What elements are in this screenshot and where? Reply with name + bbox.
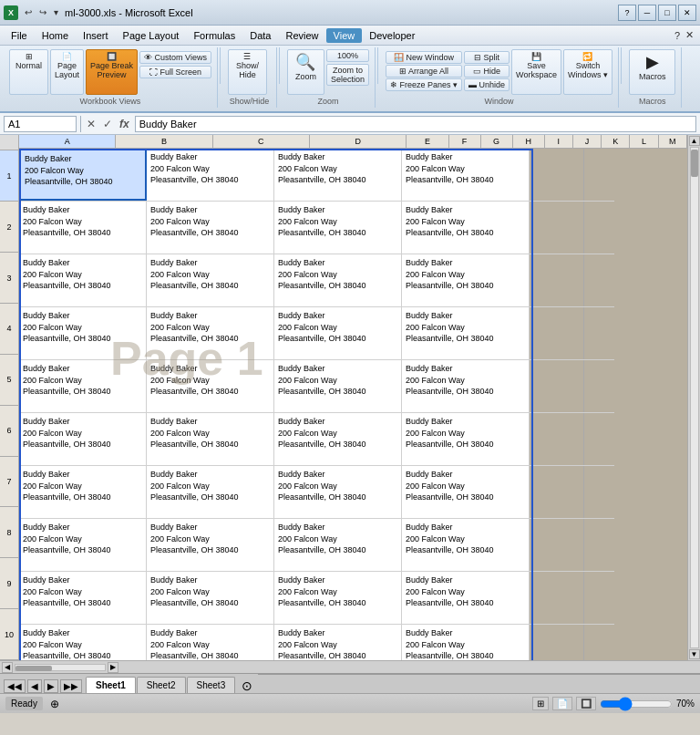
cell-A9[interactable]: Buddy Baker200 Falcon WayPleasantville, … [19,572,147,624]
cell-C4[interactable]: Buddy Baker200 Falcon WayPleasantville, … [274,307,402,359]
status-add-btn[interactable]: ⊕ [46,697,63,711]
row-header-7[interactable]: 7 [0,457,18,508]
scroll-down-btn[interactable]: ▼ [689,649,700,659]
redo-btn[interactable]: ↪ [36,5,49,19]
row-header-6[interactable]: 6 [0,406,18,457]
cell-A6[interactable]: Buddy Baker200 Falcon WayPleasantville, … [19,413,147,465]
cell-D7[interactable]: Buddy Baker200 Falcon WayPleasantville, … [402,466,530,518]
insert-function-icon[interactable]: fx [118,118,131,130]
cell-B8[interactable]: Buddy Baker200 Falcon WayPleasantville, … [147,519,274,571]
view-layout-btn[interactable]: 📄 [552,697,572,710]
cell-C2[interactable]: Buddy Baker200 Falcon WayPleasantville, … [274,202,402,254]
col-header-i[interactable]: I [545,135,573,148]
normal-view-btn[interactable]: ⊞ Normal [9,49,48,95]
col-header-j[interactable]: J [573,135,602,148]
cell-E10[interactable] [530,625,584,660]
new-sheet-btn[interactable]: ⊙ [236,678,258,693]
freeze-panes-btn[interactable]: ❄ Freeze Panes ▾ [386,78,462,91]
col-header-a[interactable]: A [19,135,116,148]
tab-nav-first[interactable]: ◀◀ [4,679,26,693]
page-layout-btn[interactable]: 📄 PageLayout [50,49,84,95]
cell-A7[interactable]: Buddy Baker200 Falcon WayPleasantville, … [19,466,147,518]
minimize-btn[interactable]: ─ [638,5,656,21]
zoom-slider[interactable] [600,699,673,709]
cell-A4[interactable]: Buddy Baker200 Falcon WayPleasantville, … [19,307,147,359]
menu-developer[interactable]: Developer [362,28,422,43]
scroll-right-btn[interactable]: ▶ [108,662,118,673]
cell-reference-box[interactable] [4,116,77,132]
col-header-l[interactable]: L [630,135,658,148]
showhide-btn[interactable]: ☰ Show/Hide [228,49,267,95]
tab-nav-prev[interactable]: ◀ [27,679,42,693]
save-workspace-btn[interactable]: 💾 SaveWorkspace [511,49,561,95]
cell-D9[interactable]: Buddy Baker200 Falcon WayPleasantville, … [402,572,530,624]
col-header-c[interactable]: C [213,135,310,148]
cell-B5[interactable]: Buddy Baker200 Falcon WayPleasantville, … [147,360,274,412]
row-header-3[interactable]: 3 [0,253,18,304]
cell-C8[interactable]: Buddy Baker200 Falcon WayPleasantville, … [274,519,402,571]
menu-review[interactable]: Review [278,28,325,43]
full-screen-btn[interactable]: ⛶ Full Screen [139,66,211,78]
cell-A8[interactable]: Buddy Baker200 Falcon WayPleasantville, … [19,519,147,571]
cell-D1[interactable]: Buddy Baker200 Falcon WayPleasantville, … [402,149,530,201]
col-header-e[interactable]: E [407,135,448,148]
page-break-preview-btn[interactable]: 🔲 Page BreakPreview [86,49,138,95]
unhide-btn[interactable]: ▬ Unhide [464,78,510,91]
menu-formulas[interactable]: Formulas [186,28,242,43]
cell-D3[interactable]: Buddy Baker200 Falcon WayPleasantville, … [402,254,530,306]
sheet-tab-sheet1[interactable]: Sheet1 [86,677,136,693]
ribbon-close-btn[interactable]: ✕ [683,27,696,43]
cell-B2[interactable]: Buddy Baker200 Falcon WayPleasantville, … [147,202,274,254]
row-header-2[interactable]: 2 [0,202,18,253]
menu-data[interactable]: Data [242,28,278,43]
horizontal-scrollbar[interactable]: ◀ ▶ [0,660,700,673]
help-btn[interactable]: ? [618,5,636,21]
menu-page-layout[interactable]: Page Layout [116,28,187,43]
col-header-b[interactable]: B [116,135,212,148]
cell-E3[interactable] [530,254,584,306]
arrange-all-btn[interactable]: ⊞ Arrange All [386,65,462,78]
view-normal-btn[interactable]: ⊞ [532,697,549,710]
cell-B9[interactable]: Buddy Baker200 Falcon WayPleasantville, … [147,572,274,624]
undo-btn[interactable]: ↩ [22,5,35,19]
cell-A3[interactable]: Buddy Baker200 Falcon WayPleasantville, … [19,254,147,306]
close-btn[interactable]: ✕ [678,5,696,21]
switch-windows-btn[interactable]: 🔁 SwitchWindows ▾ [563,49,612,95]
row-header-5[interactable]: 5 [0,355,18,406]
col-header-m[interactable]: M [659,135,687,148]
hide-btn[interactable]: ▭ Hide [464,65,510,78]
cell-B7[interactable]: Buddy Baker200 Falcon WayPleasantville, … [147,466,274,518]
col-header-k[interactable]: K [602,135,630,148]
vertical-scrollbar[interactable]: ▲ ▼ [687,135,700,660]
corner-cell[interactable] [0,135,18,150]
h-scroll-thumb[interactable] [15,666,52,671]
cell-E4[interactable] [530,307,584,359]
custom-views-btn[interactable]: 👁 Custom Views [139,51,211,64]
qs-dropdown-btn[interactable]: ▾ [51,5,61,19]
cell-A10[interactable]: Buddy Baker200 Falcon WayPleasantville, … [19,625,147,660]
confirm-formula-icon[interactable]: ✓ [101,118,114,130]
cell-B4[interactable]: Buddy Baker200 Falcon WayPleasantville, … [147,307,274,359]
cell-A5[interactable]: Buddy Baker200 Falcon WayPleasantville, … [19,360,147,412]
cell-D6[interactable]: Buddy Baker200 Falcon WayPleasantville, … [402,413,530,465]
cell-B10[interactable]: Buddy Baker200 Falcon WayPleasantville, … [147,625,274,660]
tab-nav-next[interactable]: ▶ [44,679,58,693]
sheet-tab-sheet2[interactable]: Sheet2 [137,677,186,693]
cell-E9[interactable] [530,572,584,624]
formula-input[interactable]: Buddy Baker [135,116,696,132]
new-window-btn[interactable]: 🪟 New Window [386,51,462,64]
macros-btn[interactable]: ▶ Macros [629,49,676,95]
cell-E2[interactable] [530,202,584,254]
cell-B1[interactable]: Buddy Baker200 Falcon WayPleasantville, … [147,149,274,201]
cell-D2[interactable]: Buddy Baker200 Falcon WayPleasantville, … [402,202,530,254]
menu-file[interactable]: File [4,28,35,43]
col-header-h[interactable]: H [513,135,545,148]
cell-B3[interactable]: Buddy Baker200 Falcon WayPleasantville, … [147,254,274,306]
zoom-btn[interactable]: 🔍 Zoom [287,49,324,95]
zoom-to-selection-btn[interactable]: Zoom toSelection [326,64,369,86]
cell-C5[interactable]: Buddy Baker200 Falcon WayPleasantville, … [274,360,402,412]
restore-btn[interactable]: □ [658,5,676,21]
cancel-formula-icon[interactable]: ✕ [85,118,98,130]
cell-D5[interactable]: Buddy Baker200 Falcon WayPleasantville, … [402,360,530,412]
row-header-9[interactable]: 9 [0,558,18,609]
